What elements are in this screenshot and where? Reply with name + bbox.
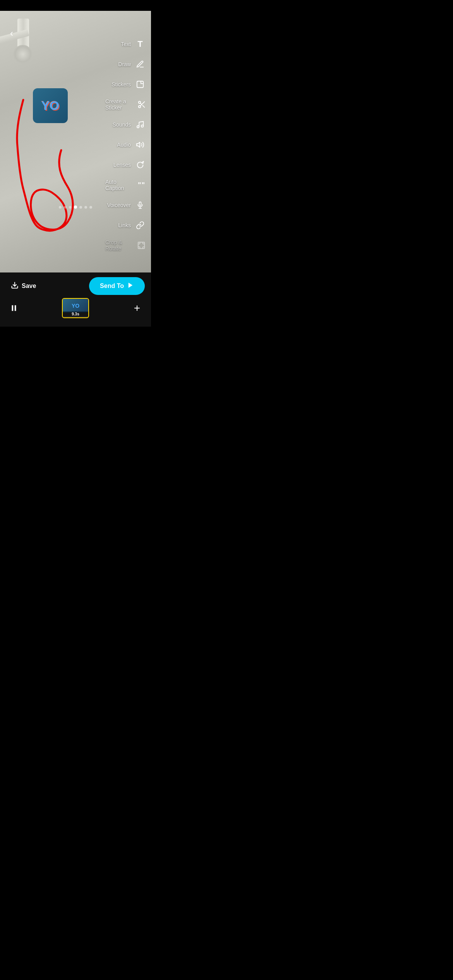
menu-item-create-sticker[interactable]: Create a Sticker xyxy=(101,94,151,115)
menu-item-text[interactable]: Text T xyxy=(101,34,151,54)
clip-time: 9.3s xyxy=(63,312,88,317)
stickers-icon xyxy=(134,78,146,91)
menu-label-auto-caption: Auto Caption xyxy=(105,179,132,191)
right-menu: Text T Draw Stickers xyxy=(101,34,151,255)
menu-label-create-sticker: Create a Sticker xyxy=(105,98,134,111)
bottom-bar: Save Send To YO 9.3s xyxy=(0,272,151,327)
action-row: Save Send To xyxy=(0,272,151,298)
menu-label-draw: Draw xyxy=(118,61,131,67)
menu-label-crop-rotate: Crop & Rotate xyxy=(105,239,133,252)
dot-4-active xyxy=(74,206,77,209)
timeline-clip[interactable]: YO 9.3s xyxy=(62,298,89,318)
svg-rect-7 xyxy=(138,242,145,249)
menu-item-auto-caption[interactable]: Auto Caption " " xyxy=(101,175,151,195)
status-bar xyxy=(0,0,151,11)
svg-rect-6 xyxy=(139,202,141,206)
menu-item-lenses[interactable]: Lenses xyxy=(101,155,151,175)
send-to-button[interactable]: Send To xyxy=(89,277,145,295)
back-icon: ‹ xyxy=(10,28,13,39)
svg-point-4 xyxy=(141,125,144,127)
scissors-icon xyxy=(137,98,146,111)
draw-icon xyxy=(134,58,146,70)
menu-item-audio[interactable]: Audio xyxy=(101,135,151,155)
timeline-row: YO 9.3s + xyxy=(0,298,151,318)
page-dots xyxy=(0,206,151,209)
yo-sticker[interactable]: YO xyxy=(33,88,68,123)
dot-6 xyxy=(84,206,87,209)
screen: YO ‹ Text T Draw xyxy=(0,0,151,327)
clip-thumbnail: YO xyxy=(63,299,88,313)
save-button[interactable]: Save xyxy=(6,278,41,294)
music-icon xyxy=(134,118,146,131)
dot-3 xyxy=(69,206,72,209)
send-arrow-icon xyxy=(127,282,134,290)
menu-item-draw[interactable]: Draw xyxy=(101,54,151,74)
menu-label-lenses: Lenses xyxy=(113,162,131,168)
svg-marker-5 xyxy=(137,142,140,147)
save-label: Save xyxy=(22,283,36,290)
dot-2 xyxy=(64,206,67,209)
audio-icon xyxy=(134,139,146,151)
dot-1 xyxy=(59,206,62,209)
dot-7 xyxy=(89,206,92,209)
link-icon xyxy=(134,219,146,231)
plus-icon: + xyxy=(134,302,140,314)
fan-motor xyxy=(14,45,32,63)
caption-icon: " " xyxy=(136,179,146,191)
send-to-label: Send To xyxy=(100,283,124,290)
menu-item-stickers[interactable]: Stickers xyxy=(101,74,151,94)
pause-button[interactable] xyxy=(6,300,22,316)
menu-label-sounds: Sounds xyxy=(113,122,131,128)
menu-label-stickers: Stickers xyxy=(112,81,131,87)
menu-label-links: Links xyxy=(118,222,131,228)
add-clip-button[interactable]: + xyxy=(129,300,145,316)
svg-rect-10 xyxy=(12,305,14,311)
save-icon xyxy=(11,281,19,291)
menu-item-links[interactable]: Links xyxy=(101,215,151,235)
svg-rect-11 xyxy=(15,305,16,311)
menu-item-voiceover[interactable]: Voiceover xyxy=(101,195,151,215)
svg-marker-9 xyxy=(129,283,133,288)
back-button[interactable]: ‹ xyxy=(5,26,19,40)
menu-item-crop-rotate[interactable]: Crop & Rotate xyxy=(101,235,151,255)
video-background: YO ‹ Text T Draw xyxy=(0,11,151,272)
menu-label-audio: Audio xyxy=(117,142,131,148)
text-icon: T xyxy=(134,38,146,50)
lenses-icon xyxy=(134,159,146,171)
menu-item-sounds[interactable]: Sounds xyxy=(101,115,151,135)
svg-point-3 xyxy=(137,126,139,128)
menu-label-text: Text xyxy=(121,41,131,47)
dot-5 xyxy=(79,206,82,209)
svg-rect-0 xyxy=(137,81,144,88)
crop-icon xyxy=(136,239,146,252)
mic-icon xyxy=(134,199,146,211)
